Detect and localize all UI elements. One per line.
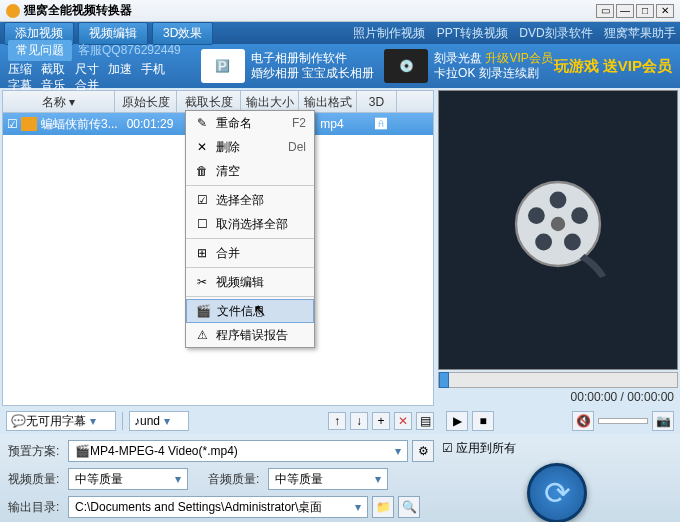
file-3d-icon[interactable]: 🅰 <box>361 117 401 131</box>
svg-point-1 <box>551 217 565 231</box>
film-reel-icon <box>498 170 618 290</box>
top-links: 照片制作视频 PPT转换视频 DVD刻录软件 狸窝苹果助手 <box>345 25 676 42</box>
move-up-button[interactable]: ↑ <box>328 412 346 430</box>
ctx-icon: ✕ <box>194 140 210 154</box>
row-checkbox[interactable]: ☑ <box>3 117 21 131</box>
open-folder-button[interactable]: 🔍 <box>398 496 420 518</box>
link-photo-video[interactable]: 照片制作视频 <box>353 26 425 40</box>
ctx-取消选择全部[interactable]: ☐取消选择全部 <box>186 212 314 236</box>
audio-quality-label: 音频质量: <box>208 471 268 488</box>
convert-button[interactable]: ⟳ <box>527 463 587 522</box>
app-title: 狸窝全能视频转换器 <box>24 2 594 19</box>
minimize-button[interactable]: — <box>616 4 634 18</box>
vip-promo[interactable]: 玩游戏 送VIP会员 <box>554 57 672 76</box>
ctx-icon: ☑ <box>194 193 210 207</box>
link-dvd-burn[interactable]: DVD刻录软件 <box>519 26 592 40</box>
browse-button[interactable]: 📁 <box>372 496 394 518</box>
subbar: 常见问题 客服QQ876292449 压缩 截取 尺寸 加速 手机 字幕 音乐 … <box>0 44 680 88</box>
ctx-选择全部[interactable]: ☑选择全部 <box>186 188 314 212</box>
bottom-panel: 预置方案: 🎬 MP4-MPEG-4 Video(*.mp4)▾ ⚙ 视频质量:… <box>0 434 680 522</box>
preset-settings-button[interactable]: ⚙ <box>412 440 434 462</box>
svg-point-3 <box>571 207 588 224</box>
mute-button[interactable]: 🔇 <box>572 411 594 431</box>
ctx-视频编辑[interactable]: ✂视频编辑 <box>186 270 314 294</box>
quick-ops: 压缩 截取 尺寸 加速 手机 字幕 音乐 合并 <box>8 61 191 93</box>
col-out-size[interactable]: 输出大小 <box>241 91 299 112</box>
op-compress[interactable]: 压缩 <box>8 62 32 76</box>
app-logo-icon <box>6 4 20 18</box>
ctx-icon: ✎ <box>194 116 210 130</box>
ctx-清空[interactable]: 🗑清空 <box>186 159 314 183</box>
ctx-icon: 🎬 <box>195 304 211 318</box>
col-name[interactable]: 名称 ▾ <box>3 91 115 112</box>
ctx-icon: ☐ <box>194 217 210 231</box>
file-name: 蝙蝠侠前传3... <box>41 116 119 133</box>
video-quality-select[interactable]: 中等质量▾ <box>68 468 188 490</box>
col-3d[interactable]: 3D <box>357 91 397 112</box>
move-down-button[interactable]: ↓ <box>350 412 368 430</box>
op-size[interactable]: 尺寸 <box>75 62 99 76</box>
svg-point-2 <box>550 192 567 209</box>
file-icon <box>21 117 37 131</box>
ctx-icon: ⊞ <box>194 246 210 260</box>
context-menu: ✎重命名F2✕删除Del🗑清空☑选择全部☐取消选择全部⊞合并✂视频编辑🎬文件信息… <box>185 110 315 348</box>
seek-slider[interactable] <box>438 372 678 388</box>
close-button[interactable]: ✕ <box>656 4 674 18</box>
promo-album[interactable]: 🅿️ 电子相册制作软件婚纱相册 宝宝成长相册 <box>201 49 374 83</box>
list-toolbar: 💬 无可用字幕▾ ♪ und▾ ↑ ↓ + ✕ ▤ <box>0 408 440 434</box>
ctx-icon: ✂ <box>194 275 210 289</box>
time-display: 00:00:00 / 00:00:00 <box>438 388 678 406</box>
preset-select[interactable]: 🎬 MP4-MPEG-4 Video(*.mp4)▾ <box>68 440 408 462</box>
col-orig-length[interactable]: 原始长度 <box>115 91 177 112</box>
output-dir-field[interactable]: C:\Documents and Settings\Administrator\… <box>68 496 368 518</box>
promo-burn[interactable]: 💿 刻录光盘 升级VIP会员卡拉OK 刻录连续剧 <box>384 49 553 83</box>
col-out-format[interactable]: 输出格式 <box>299 91 357 112</box>
col-cut-length[interactable]: 截取长度 <box>177 91 241 112</box>
ctx-删除[interactable]: ✕删除Del <box>186 135 314 159</box>
list-menu-button[interactable]: ▤ <box>416 412 434 430</box>
volume-slider[interactable] <box>598 418 648 424</box>
svg-point-6 <box>528 207 545 224</box>
qq-contact[interactable]: 客服QQ876292449 <box>78 42 181 59</box>
burn-icon: 💿 <box>384 49 428 83</box>
audio-track-select[interactable]: ♪ und▾ <box>129 411 189 431</box>
ctx-程序错误报告[interactable]: ⚠程序错误报告 <box>186 323 314 347</box>
preview-video[interactable] <box>438 90 678 370</box>
remove-file-button[interactable]: ✕ <box>394 412 412 430</box>
maximize-button[interactable]: □ <box>636 4 654 18</box>
subtitle-icon: 💬 <box>11 414 26 428</box>
seek-thumb[interactable] <box>439 372 449 388</box>
op-cut[interactable]: 截取 <box>41 62 65 76</box>
ctx-文件信息[interactable]: 🎬文件信息 <box>186 299 314 323</box>
audio-quality-select[interactable]: 中等质量▾ <box>268 468 388 490</box>
snapshot-button[interactable]: 📷 <box>652 411 674 431</box>
svg-point-5 <box>535 234 552 251</box>
svg-point-4 <box>564 234 581 251</box>
link-apple-helper[interactable]: 狸窝苹果助手 <box>604 26 676 40</box>
apply-all-checkbox[interactable]: ☑ 应用到所有 <box>442 440 516 457</box>
titlebar: 狸窝全能视频转换器 ▭ — □ ✕ <box>0 0 680 22</box>
op-speed[interactable]: 加速 <box>108 62 132 76</box>
video-quality-label: 视频质量: <box>8 471 68 488</box>
faq-button[interactable]: 常见问题 <box>8 40 72 61</box>
op-mobile[interactable]: 手机 <box>141 62 165 76</box>
cursor-icon: ↖ <box>254 302 266 318</box>
ctx-合并[interactable]: ⊞合并 <box>186 241 314 265</box>
album-icon: 🅿️ <box>201 49 245 83</box>
preset-label: 预置方案: <box>8 443 68 460</box>
output-dir-label: 输出目录: <box>8 499 68 516</box>
ctx-重命名[interactable]: ✎重命名F2 <box>186 111 314 135</box>
convert-icon: ⟳ <box>544 474 571 512</box>
ctx-icon: 🗑 <box>194 164 210 178</box>
ctx-icon: ⚠ <box>194 328 210 342</box>
subtitle-select[interactable]: 💬 无可用字幕▾ <box>6 411 116 431</box>
play-button[interactable]: ▶ <box>446 411 468 431</box>
link-ppt-video[interactable]: PPT转换视频 <box>437 26 508 40</box>
help-button[interactable]: ▭ <box>596 4 614 18</box>
playback-controls: ▶ ■ 🔇 📷 <box>440 408 680 434</box>
file-orig-length: 00:01:29 <box>119 117 181 131</box>
add-file-button[interactable]: + <box>372 412 390 430</box>
stop-button[interactable]: ■ <box>472 411 494 431</box>
preview-pane: 00:00:00 / 00:00:00 <box>438 90 678 406</box>
